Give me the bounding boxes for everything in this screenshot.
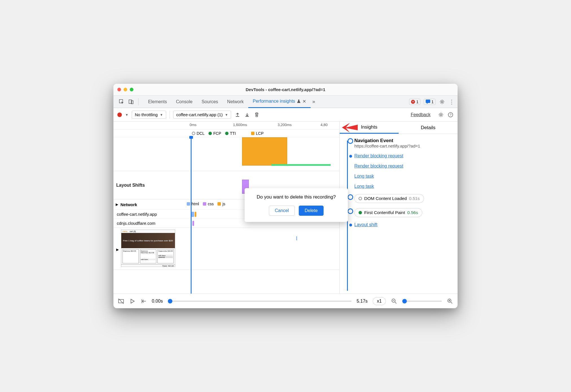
tab-console[interactable]: Console bbox=[172, 96, 197, 108]
delete-button[interactable]: Delete bbox=[299, 206, 324, 216]
tab-elements[interactable]: Elements bbox=[144, 96, 172, 108]
window-title: DevTools - coffee-cart.netlify.app/?ad=1 bbox=[113, 87, 458, 92]
insight-link[interactable]: Layout shift bbox=[343, 222, 453, 227]
minimize-window-button[interactable] bbox=[124, 88, 127, 91]
playback-speed[interactable]: x1 bbox=[373, 297, 386, 305]
messages-badge[interactable]: 1 bbox=[424, 99, 436, 105]
insights-pane: Insights Details Navigation Event https:… bbox=[340, 122, 458, 294]
recording-select[interactable]: coffee-cart.netlify.app (1)▼ bbox=[173, 111, 231, 119]
record-button[interactable] bbox=[117, 113, 122, 117]
insight-link[interactable]: Render blocking request bbox=[343, 153, 453, 158]
throttling-select[interactable]: No throttling▼ bbox=[132, 111, 166, 119]
track-main bbox=[113, 137, 339, 171]
upload-icon[interactable] bbox=[234, 112, 241, 118]
network-label: Network bbox=[120, 202, 137, 207]
timeline-tick bbox=[296, 236, 297, 240]
help-icon[interactable]: ? bbox=[447, 112, 454, 118]
inspect-element-icon[interactable] bbox=[118, 99, 125, 105]
insight-link[interactable]: Render blocking request bbox=[343, 164, 453, 169]
play-icon[interactable] bbox=[129, 298, 135, 304]
cls-strip[interactable] bbox=[271, 164, 331, 166]
insight-link[interactable]: Long task bbox=[343, 174, 453, 179]
insight-dcl[interactable]: DOM Content Loaded 0.51s bbox=[343, 194, 453, 203]
rewind-icon[interactable] bbox=[140, 298, 147, 304]
feedback-link[interactable]: Feedback bbox=[411, 112, 431, 117]
error-icon: ✕ bbox=[411, 100, 415, 104]
playback-end-time: 5.17s bbox=[357, 299, 368, 304]
delete-icon[interactable] bbox=[254, 112, 260, 118]
insight-link[interactable]: Long task bbox=[343, 184, 453, 189]
cancel-button[interactable]: Cancel bbox=[269, 206, 295, 216]
marker-lcp[interactable]: LCP bbox=[251, 131, 263, 136]
more-tabs-icon[interactable]: » bbox=[311, 99, 317, 105]
svg-point-5 bbox=[440, 114, 442, 116]
traffic-lights bbox=[117, 88, 133, 91]
settings-icon[interactable] bbox=[439, 99, 445, 105]
toggle-screenshots-icon[interactable] bbox=[118, 298, 124, 304]
devtools-tabbar: Elements Console Sources Network Perform… bbox=[113, 96, 458, 108]
tab-details[interactable]: Details bbox=[399, 122, 458, 134]
layout-shifts-label: Layout Shifts bbox=[116, 183, 145, 188]
zoom-slider[interactable] bbox=[402, 301, 442, 302]
svg-rect-3 bbox=[426, 100, 430, 103]
panel-settings-icon[interactable] bbox=[438, 112, 444, 118]
record-dropdown-icon[interactable]: ▼ bbox=[125, 113, 128, 116]
playback-start-time: 0.00s bbox=[152, 299, 163, 304]
tab-insights[interactable]: Insights bbox=[340, 122, 399, 134]
marker-tti[interactable]: TTI bbox=[225, 131, 236, 136]
maximize-window-button[interactable] bbox=[130, 88, 133, 91]
legend-js: js bbox=[218, 202, 225, 206]
dialog-message: Do you want to delete this recording? bbox=[251, 194, 342, 200]
playback-slider[interactable] bbox=[168, 301, 352, 302]
message-icon bbox=[426, 100, 430, 104]
tab-network[interactable]: Network bbox=[223, 96, 248, 108]
screenshots-track: ▶ menucart (0) Free 1 bag of coffee bean… bbox=[113, 228, 339, 270]
marker-fcp[interactable]: FCP bbox=[208, 131, 221, 136]
marker-dcl[interactable]: DCL bbox=[192, 131, 205, 136]
timeline-ruler: 0ms 1,600ms 3,200ms 4,80 bbox=[113, 122, 339, 129]
flask-icon bbox=[297, 99, 301, 103]
tab-sources[interactable]: Sources bbox=[197, 96, 223, 108]
insight-fcp[interactable]: First Contentful Paint 0.56s bbox=[343, 208, 453, 217]
devtools-window: DevTools - coffee-cart.netlify.app/?ad=1… bbox=[113, 84, 458, 308]
kebab-menu-icon[interactable]: ⋮ bbox=[449, 99, 455, 105]
playback-bar: 0.00s 5.17s x1 bbox=[113, 294, 458, 308]
playhead[interactable] bbox=[191, 137, 192, 294]
svg-point-4 bbox=[441, 101, 443, 103]
device-toolbar-icon[interactable] bbox=[128, 99, 134, 105]
svg-text:?: ? bbox=[450, 113, 451, 116]
titlebar: DevTools - coffee-cart.netlify.app/?ad=1 bbox=[113, 84, 458, 96]
delete-recording-dialog: Do you want to delete this recording? Ca… bbox=[245, 188, 348, 222]
lcp-block[interactable] bbox=[242, 137, 287, 166]
legend-html: html bbox=[187, 202, 199, 206]
legend-css: css bbox=[203, 202, 214, 206]
performance-toolbar: ▼ No throttling▼ coffee-cart.netlify.app… bbox=[113, 108, 458, 122]
screenshot-thumbnail[interactable]: menucart (0) Free 1 bag of coffee beans … bbox=[121, 230, 175, 267]
close-window-button[interactable] bbox=[117, 88, 121, 91]
download-icon[interactable] bbox=[244, 112, 250, 118]
errors-badge[interactable]: ✕ 1 bbox=[409, 99, 420, 105]
zoom-in-icon[interactable] bbox=[447, 298, 453, 304]
tab-performance-insights[interactable]: Performance insights ✕ bbox=[248, 96, 311, 108]
close-tab-icon[interactable]: ✕ bbox=[302, 99, 306, 104]
timeline-markers: DCL FCP TTI LCP bbox=[113, 129, 339, 137]
insight-navigation-event[interactable]: Navigation Event https://coffee-cart.net… bbox=[343, 138, 453, 148]
zoom-out-icon[interactable] bbox=[391, 298, 397, 304]
